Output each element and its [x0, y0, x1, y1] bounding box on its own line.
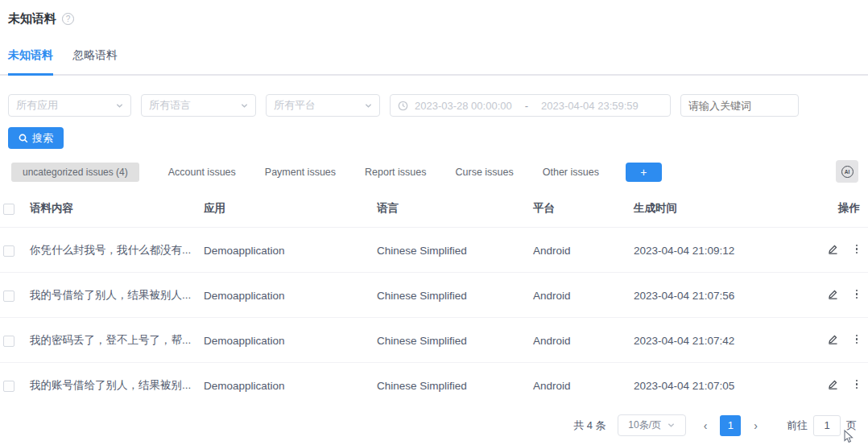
edit-icon[interactable]	[827, 333, 839, 345]
ai-icon: AI	[841, 166, 854, 178]
table-header-row: 语料内容 应用 语言 平台 生成时间 操作	[0, 189, 868, 228]
select-all-checkbox[interactable]	[3, 204, 14, 215]
col-generated-time: 生成时间	[634, 189, 809, 228]
row-checkbox[interactable]	[3, 245, 14, 257]
col-content: 语料内容	[30, 189, 204, 228]
cell-language: Chinese Simplified	[377, 318, 533, 363]
col-platform: 平台	[533, 189, 634, 228]
cell-platform: Android	[533, 318, 634, 363]
date-separator: -	[519, 100, 535, 112]
page-size-select[interactable]: 10条/页	[618, 414, 686, 436]
tag-account-issues[interactable]: Account issues	[168, 167, 236, 178]
date-start-value: 2023-03-28 00:00:00	[415, 100, 512, 112]
filter-bar: 所有应用 所有语言 所有平台 2023-03-28 00:00:00 - 202…	[8, 94, 868, 117]
page-title: 未知语料	[8, 11, 56, 27]
cell-platform: Android	[533, 273, 634, 318]
mouse-cursor-icon	[844, 430, 854, 443]
app-select-value: 所有应用	[16, 98, 58, 113]
col-application: 应用	[204, 189, 377, 228]
col-actions: 操作	[809, 189, 868, 228]
help-icon[interactable]: ?	[62, 13, 74, 25]
cell-content: 我的密码丢了，登不上号了，帮...	[30, 318, 204, 363]
date-end-value: 2023-04-04 23:59:59	[541, 100, 639, 112]
platform-select-value: 所有平台	[274, 98, 316, 113]
search-button[interactable]: 搜索	[8, 127, 64, 149]
category-tag-bar: uncategorized issues (4) Account issues …	[0, 163, 868, 182]
cell-application: Demoapplication	[204, 228, 377, 273]
search-icon	[19, 134, 28, 143]
prev-page-button[interactable]: ‹	[699, 418, 713, 434]
table-row: 你凭什么封我号，我什么都没有... Demoapplication Chines…	[0, 228, 868, 273]
platform-select[interactable]: 所有平台	[266, 94, 380, 117]
app-select[interactable]: 所有应用	[8, 94, 131, 117]
cell-content: 你凭什么封我号，我什么都没有...	[30, 228, 204, 273]
add-tag-button[interactable]: +	[626, 163, 662, 182]
cell-language: Chinese Simplified	[377, 273, 533, 318]
cell-generated-time: 2023-04-04 21:09:12	[634, 228, 809, 273]
edit-icon[interactable]	[827, 243, 839, 255]
chevron-down-icon	[365, 102, 372, 109]
cell-generated-time: 2023-04-04 21:07:05	[634, 363, 809, 408]
row-checkbox[interactable]	[3, 290, 14, 302]
tab-ignored-corpus[interactable]: 忽略语料	[72, 48, 118, 76]
edit-icon[interactable]	[827, 378, 839, 390]
tag-uncategorized-issues[interactable]: uncategorized issues (4)	[11, 163, 139, 182]
tab-unknown-corpus[interactable]: 未知语料	[8, 48, 53, 76]
keyword-input[interactable]	[680, 94, 799, 117]
language-select-value: 所有语言	[149, 98, 191, 113]
tab-bar: 未知语料 忽略语料	[0, 48, 868, 76]
row-checkbox[interactable]	[3, 336, 14, 347]
tag-report-issues[interactable]: Report issues	[365, 167, 426, 178]
chevron-down-icon	[116, 102, 123, 109]
more-actions-icon[interactable]	[854, 334, 861, 345]
more-actions-icon[interactable]	[854, 289, 861, 300]
cell-platform: Android	[533, 228, 634, 273]
cell-application: Demoapplication	[204, 273, 377, 318]
cell-platform: Android	[533, 363, 634, 408]
language-select[interactable]: 所有语言	[141, 94, 256, 117]
ai-classify-button[interactable]: AI	[836, 160, 858, 183]
cell-language: Chinese Simplified	[377, 228, 533, 273]
cell-content: 我的号借给了别人，结果被别人...	[30, 273, 204, 318]
page-number-button[interactable]: 1	[720, 415, 741, 436]
more-actions-icon[interactable]	[854, 244, 861, 255]
page-header: 未知语料 ?	[0, 0, 868, 27]
goto-page-input[interactable]	[813, 415, 841, 436]
pagination-bar: 共 4 条 10条/页 ‹ 1 › 前往 页	[0, 414, 868, 436]
table-row: 我的号借给了别人，结果被别人... Demoapplication Chines…	[0, 273, 868, 318]
clock-icon	[398, 101, 408, 111]
tag-curse-issues[interactable]: Curse issues	[455, 167, 513, 178]
cell-language: Chinese Simplified	[377, 363, 533, 408]
cell-application: Demoapplication	[204, 318, 377, 363]
goto-label: 前往	[787, 418, 808, 433]
more-actions-icon[interactable]	[854, 379, 861, 390]
cell-content: 我的账号借给了别人，结果被别...	[30, 363, 204, 408]
cell-generated-time: 2023-04-04 21:07:42	[634, 318, 809, 363]
chevron-down-icon	[241, 102, 248, 109]
chevron-down-icon	[668, 422, 675, 429]
total-count: 共 4 条	[573, 418, 606, 433]
tag-payment-issues[interactable]: Payment issues	[265, 167, 336, 178]
table-row: 我的密码丢了，登不上号了，帮... Demoapplication Chines…	[0, 318, 868, 363]
row-checkbox[interactable]	[3, 381, 14, 392]
edit-icon[interactable]	[827, 288, 839, 300]
cell-generated-time: 2023-04-04 21:07:56	[634, 273, 809, 318]
tag-other-issues[interactable]: Other issues	[543, 167, 599, 178]
col-language: 语言	[377, 189, 533, 228]
page-size-value: 10条/页	[628, 418, 661, 432]
corpus-table: 语料内容 应用 语言 平台 生成时间 操作 你凭什么封我号，我什么都没有... …	[0, 189, 868, 407]
search-button-label: 搜索	[32, 131, 53, 146]
cell-application: Demoapplication	[204, 363, 377, 408]
next-page-button[interactable]: ›	[749, 418, 763, 434]
table-row: 我的账号借给了别人，结果被别... Demoapplication Chines…	[0, 363, 868, 408]
date-range-picker[interactable]: 2023-03-28 00:00:00 - 2023-04-04 23:59:5…	[390, 94, 671, 117]
